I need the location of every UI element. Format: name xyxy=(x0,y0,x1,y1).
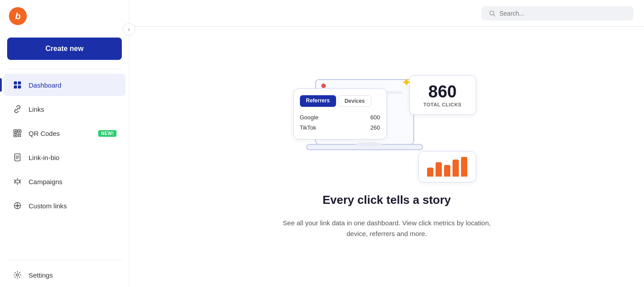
dashboard-content: Referrers Devices Google 600 TikTok 260 … xyxy=(129,27,644,287)
svg-rect-7 xyxy=(15,131,16,132)
sidebar-custom-links-label: Custom links xyxy=(29,202,116,210)
analytics-row-google: Google 600 xyxy=(300,112,380,122)
svg-rect-12 xyxy=(18,135,19,137)
content-title: Every click tells a story xyxy=(323,193,451,207)
sidebar-item-settings[interactable]: Settings xyxy=(4,264,125,286)
svg-rect-10 xyxy=(18,134,19,135)
dashboard-icon xyxy=(12,80,22,90)
new-badge: NEW! xyxy=(98,130,116,137)
search-input[interactable] xyxy=(499,10,626,17)
svg-line-24 xyxy=(494,14,495,16)
total-clicks-number: 860 xyxy=(417,83,469,101)
total-clicks-label: TOTAL CLICKS xyxy=(417,102,469,107)
header xyxy=(129,0,644,27)
bar-5 xyxy=(461,157,467,177)
main-content: Referrers Devices Google 600 TikTok 260 … xyxy=(129,0,644,287)
sidebar-bottom-divider xyxy=(7,260,122,260)
settings-icon xyxy=(12,270,22,280)
bar-4 xyxy=(453,160,459,177)
bar-1 xyxy=(427,168,433,177)
sidebar-link-in-bio-label: Link-in-bio xyxy=(29,154,116,161)
links-icon xyxy=(12,104,22,114)
sidebar-item-custom-links[interactable]: Custom links xyxy=(4,194,125,217)
svg-rect-9 xyxy=(15,135,16,136)
bar-2 xyxy=(436,162,442,177)
svg-rect-8 xyxy=(19,131,20,132)
qr-icon xyxy=(12,128,22,138)
sidebar-item-campaigns[interactable]: Campaigns xyxy=(4,170,125,193)
logo: b xyxy=(0,0,129,32)
sidebar-divider xyxy=(7,69,122,69)
analytics-value-tiktok: 260 xyxy=(370,124,380,131)
tab-referrers[interactable]: Referrers xyxy=(300,95,336,107)
svg-rect-0 xyxy=(14,81,17,84)
svg-point-30 xyxy=(356,142,382,147)
svg-rect-13 xyxy=(20,134,21,135)
analytics-tabs: Referrers Devices xyxy=(300,95,380,107)
svg-point-22 xyxy=(17,274,19,276)
dashboard-illustration: Referrers Devices Google 600 TikTok 260 … xyxy=(293,75,481,182)
analytics-value-google: 600 xyxy=(370,114,380,121)
content-description: See all your link data in one dashboard.… xyxy=(275,218,499,239)
svg-rect-11 xyxy=(20,135,21,137)
sidebar-item-qr-codes[interactable]: QR Codes NEW! xyxy=(4,122,125,144)
sidebar-collapse-button[interactable]: ‹ xyxy=(123,23,135,36)
sidebar-item-link-in-bio[interactable]: Link-in-bio xyxy=(4,146,125,169)
sidebar-dashboard-label: Dashboard xyxy=(29,81,116,89)
analytics-label-tiktok: TikTok xyxy=(300,124,316,131)
search-icon xyxy=(489,10,496,17)
campaigns-icon xyxy=(12,177,22,186)
svg-point-26 xyxy=(321,84,326,88)
tab-devices[interactable]: Devices xyxy=(338,95,371,107)
sidebar-qr-label: QR Codes xyxy=(29,130,92,137)
sidebar-links-label: Links xyxy=(29,106,116,113)
star-decoration: ✦ xyxy=(401,75,411,90)
search-bar[interactable] xyxy=(482,6,633,21)
bar-chart-card xyxy=(418,151,476,182)
sidebar-campaigns-label: Campaigns xyxy=(29,178,116,186)
sidebar-item-dashboard[interactable]: Dashboard xyxy=(4,74,125,96)
sidebar-settings-label: Settings xyxy=(29,271,116,279)
logo-icon: b xyxy=(9,7,27,25)
sidebar: b Create new Dashboard Links xyxy=(0,0,129,287)
svg-rect-3 xyxy=(18,85,21,89)
svg-rect-1 xyxy=(18,81,21,84)
link-in-bio-icon xyxy=(12,152,22,162)
analytics-label-google: Google xyxy=(300,114,319,121)
custom-links-icon xyxy=(12,201,22,211)
sidebar-item-links[interactable]: Links xyxy=(4,98,125,120)
analytics-row-tiktok: TikTok 260 xyxy=(300,122,380,133)
sidebar-bottom: Settings xyxy=(0,256,129,287)
analytics-card: Referrers Devices Google 600 TikTok 260 xyxy=(293,89,387,139)
total-clicks-card: 860 TOTAL CLICKS xyxy=(409,75,476,115)
bar-3 xyxy=(444,165,450,177)
svg-rect-2 xyxy=(14,85,17,89)
create-new-button[interactable]: Create new xyxy=(7,38,122,60)
svg-rect-18 xyxy=(15,180,20,183)
